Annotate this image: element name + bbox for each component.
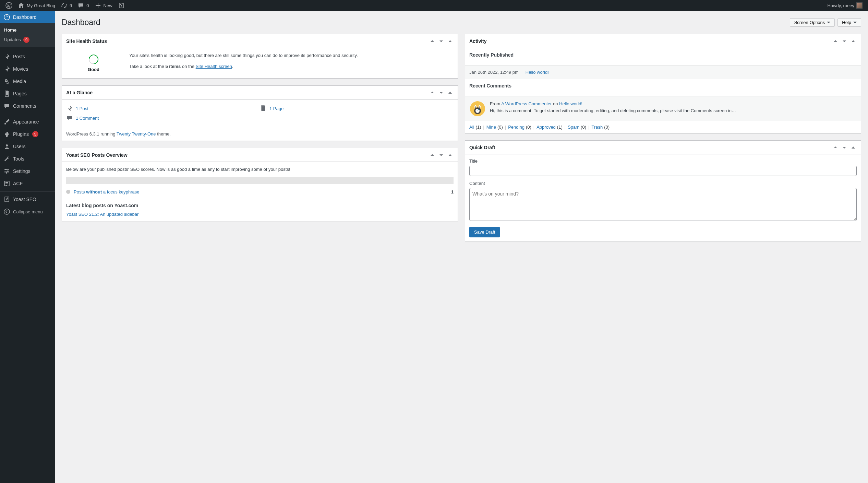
pin-icon: [66, 105, 73, 112]
comments-count: 0: [86, 3, 89, 8]
svg-point-7: [6, 172, 7, 174]
submenu-home[interactable]: Home: [0, 25, 55, 35]
media-icon: [3, 78, 10, 85]
glance-pages[interactable]: 1 Page: [260, 104, 454, 113]
menu-settings-label: Settings: [13, 168, 31, 174]
menu-plugins[interactable]: Plugins 5: [0, 128, 55, 140]
plugins-badge: 5: [32, 131, 38, 137]
score-dot-icon: [66, 190, 70, 194]
move-down-button[interactable]: [438, 89, 445, 96]
yoast-adminbar[interactable]: [115, 0, 128, 11]
move-up-button[interactable]: [429, 89, 436, 96]
filter-approved[interactable]: Approved: [537, 125, 556, 130]
menu-tools[interactable]: Tools: [0, 153, 55, 165]
glance-title: At a Glance: [66, 90, 93, 95]
filter-pending[interactable]: Pending: [508, 125, 525, 130]
svg-point-18: [475, 107, 476, 108]
menu-plugins-label: Plugins: [13, 131, 29, 137]
draft-content-label: Content: [469, 181, 857, 186]
updates-badge: 9: [23, 37, 29, 43]
menu-acf[interactable]: ACF: [0, 177, 55, 190]
move-down-button[interactable]: [841, 144, 848, 151]
collapse-menu[interactable]: Collapse menu: [0, 205, 55, 218]
avatar: [856, 2, 863, 9]
toggle-button[interactable]: [447, 89, 454, 96]
collapse-label: Collapse menu: [13, 209, 43, 214]
filter-trash[interactable]: Trash: [591, 125, 603, 130]
recent-comments-heading: Recent Comments: [469, 83, 857, 89]
menu-movies-label: Movies: [13, 66, 28, 72]
site-health-title: Site Health Status: [66, 38, 107, 44]
move-up-button[interactable]: [832, 38, 839, 45]
chevron-down-icon: [853, 22, 857, 23]
menu-dashboard-label: Dashboard: [13, 14, 37, 20]
filter-mine[interactable]: Mine: [486, 125, 496, 130]
new-link[interactable]: New: [92, 0, 115, 11]
collapse-icon: [3, 208, 10, 215]
menu-posts-label: Posts: [13, 54, 25, 59]
svg-rect-10: [5, 184, 8, 184]
menu-yoast[interactable]: Yoast SEO: [0, 193, 55, 205]
yoast-blog-link[interactable]: Yoast SEO 21.2: An updated sidebar: [66, 212, 138, 217]
menu-pages[interactable]: Pages: [0, 87, 55, 100]
comment-icon: [3, 103, 10, 109]
menu-users[interactable]: Users: [0, 140, 55, 153]
menu-appearance[interactable]: Appearance: [0, 116, 55, 128]
save-draft-button[interactable]: Save Draft: [469, 227, 500, 237]
svg-point-4: [6, 144, 8, 146]
menu-dashboard[interactable]: Dashboard: [0, 11, 55, 23]
comment-item: From A WordPress Commenter on Hello worl…: [465, 96, 861, 121]
move-down-button[interactable]: [438, 152, 445, 158]
glance-posts[interactable]: 1 Post: [66, 104, 260, 113]
wp-logo[interactable]: [3, 0, 15, 11]
updates-link[interactable]: 9: [58, 0, 75, 11]
screen-options-button[interactable]: Screen Options: [790, 18, 835, 27]
move-up-button[interactable]: [429, 152, 436, 158]
recent-post-link[interactable]: Hello world!: [526, 70, 549, 75]
wordpress-icon: [5, 2, 12, 9]
menu-posts[interactable]: Posts: [0, 50, 55, 63]
yoast-icon: [118, 2, 125, 9]
svg-rect-9: [5, 182, 8, 183]
yoast-count: 1: [451, 189, 454, 195]
glance-comments[interactable]: 1 Comment: [66, 113, 260, 123]
toggle-button[interactable]: [850, 144, 857, 151]
submenu-updates[interactable]: Updates 9: [0, 35, 55, 45]
yoast-posts-link[interactable]: Posts without a focus keyphrase: [74, 189, 139, 195]
toggle-button[interactable]: [447, 152, 454, 158]
yoast-score-bar: [66, 177, 454, 184]
menu-comments[interactable]: Comments: [0, 100, 55, 112]
draft-title-input[interactable]: [469, 166, 857, 176]
svg-point-3: [6, 80, 7, 81]
theme-link[interactable]: Twenty Twenty-One: [117, 131, 156, 137]
howdy-link[interactable]: Howdy, roeey: [824, 0, 865, 11]
site-health-link[interactable]: Site Health screen: [196, 64, 232, 69]
move-up-button[interactable]: [429, 38, 436, 45]
filter-all[interactable]: All: [469, 125, 474, 130]
draft-content-textarea[interactable]: [469, 188, 857, 221]
commenter-link[interactable]: A WordPress Commenter: [501, 101, 552, 106]
yoast-box: Yoast SEO Posts Overview Below are your …: [62, 148, 458, 221]
menu-acf-label: ACF: [13, 181, 23, 186]
gravatar-icon: [469, 101, 486, 117]
admin-bar: My Great Blog 9 0 New Howdy, roeey: [0, 0, 868, 11]
site-name[interactable]: My Great Blog: [15, 0, 58, 11]
toggle-button[interactable]: [447, 38, 454, 45]
filter-spam[interactable]: Spam: [568, 125, 579, 130]
toggle-button[interactable]: [850, 38, 857, 45]
menu-movies[interactable]: Movies: [0, 63, 55, 75]
svg-point-6: [7, 170, 9, 172]
menu-comments-label: Comments: [13, 103, 36, 109]
updates-count: 9: [70, 3, 72, 8]
comment-post-link[interactable]: Hello world!: [559, 101, 582, 106]
refresh-icon: [61, 2, 68, 9]
menu-media[interactable]: Media: [0, 75, 55, 87]
move-up-button[interactable]: [832, 144, 839, 151]
comments-link[interactable]: 0: [75, 0, 92, 11]
home-icon: [18, 2, 25, 9]
move-down-button[interactable]: [438, 38, 445, 45]
move-down-button[interactable]: [841, 38, 848, 45]
new-label: New: [104, 3, 112, 8]
menu-settings[interactable]: Settings: [0, 165, 55, 177]
help-button[interactable]: Help: [837, 18, 861, 27]
